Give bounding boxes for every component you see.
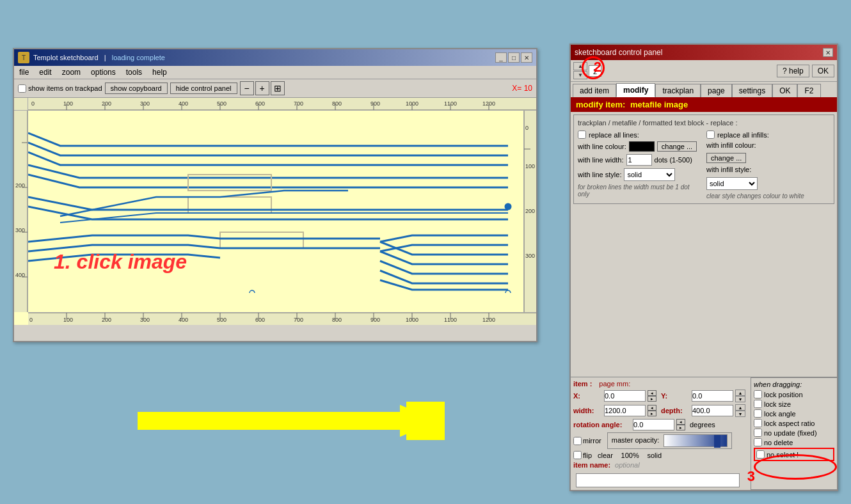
svg-text:200: 200 [102, 100, 111, 107]
infill-style-select[interactable]: solid [706, 177, 758, 190]
x-left-button[interactable]: ◂ [648, 390, 656, 396]
x-arrows: ◂ ▸ [648, 390, 656, 402]
sketchboard-window: T Templot sketchboard | loading complete… [13, 48, 537, 342]
opacity-section: master opacity: [607, 432, 733, 449]
infill-colour-change-button[interactable]: change ... [706, 153, 746, 163]
rotation-right-button[interactable]: ▸ [676, 425, 685, 430]
no-update-label: no update (fixed) [764, 429, 817, 437]
svg-text:0: 0 [31, 100, 35, 107]
svg-text:100: 100 [525, 163, 535, 169]
rotation-arrows: ◂ ▸ [676, 419, 685, 430]
minimize-button[interactable]: _ [495, 52, 507, 63]
maximize-button[interactable]: □ [508, 52, 520, 63]
svg-marker-76 [400, 405, 438, 437]
no-update-checkbox[interactable] [754, 429, 762, 437]
no-update-field[interactable]: no update (fixed) [754, 429, 834, 437]
flip-checkbox[interactable] [573, 451, 582, 459]
lock-aspect-ratio-field[interactable]: lock aspect ratio [754, 419, 834, 427]
opacity-label: master opacity: [612, 436, 660, 444]
lock-angle-field[interactable]: lock angle [754, 409, 834, 418]
titlebar-controls: _ □ ✕ [495, 52, 532, 63]
show-copyboard-button[interactable]: show copyboard [105, 83, 168, 94]
y-down-button[interactable]: ▾ [735, 396, 745, 402]
y-input[interactable] [692, 390, 733, 402]
no-delete-checkbox[interactable] [754, 438, 762, 446]
hide-control-panel-button[interactable]: hide control panel [170, 83, 237, 94]
no-select-checkbox[interactable] [756, 450, 765, 459]
menu-zoom[interactable]: zoom [61, 67, 82, 77]
svg-text:500: 500 [217, 100, 227, 107]
opacity-handle[interactable] [714, 435, 720, 448]
mirror-field[interactable]: mirror [573, 437, 601, 445]
ok-button[interactable]: OK [812, 65, 834, 77]
no-delete-field[interactable]: no delete [754, 438, 834, 446]
canvas-content[interactable]: 1. click image [28, 111, 523, 312]
item-name-input[interactable] [576, 473, 740, 487]
lock-size-label: lock size [764, 400, 791, 408]
depth-up-button[interactable]: ▴ [735, 404, 745, 411]
lock-angle-label: lock angle [764, 410, 796, 418]
scroll-down-button[interactable]: ▼ [573, 71, 587, 79]
lock-position-field[interactable]: lock position [754, 390, 834, 398]
close-button[interactable]: ✕ [521, 52, 532, 63]
svg-text:100: 100 [63, 100, 73, 107]
x-right-button[interactable]: ▸ [648, 396, 656, 402]
mirror-checkbox[interactable] [573, 437, 582, 445]
y-label: Y: [661, 392, 690, 400]
tab-settings[interactable]: settings [732, 84, 772, 97]
flip-field[interactable]: flip [573, 451, 592, 459]
tab-page[interactable]: page [701, 84, 732, 97]
width-input[interactable] [604, 405, 646, 416]
cp-close-button[interactable]: ✕ [823, 48, 833, 57]
svg-text:600: 600 [255, 317, 265, 323]
lock-aspect-ratio-checkbox[interactable] [754, 419, 762, 427]
menu-file[interactable]: file [18, 67, 30, 77]
tab-trackplan[interactable]: trackplan [655, 84, 701, 97]
line-style-select[interactable]: solid dashed [624, 168, 675, 181]
width-right-button[interactable]: ▸ [648, 411, 656, 416]
degrees-label: degrees [690, 421, 715, 429]
width-left-button[interactable]: ◂ [648, 405, 656, 411]
item-name-hint: optional [615, 461, 640, 469]
canvas-area[interactable]: 0 100 200 300 400 500 600 700 800 900 [14, 98, 536, 325]
x-input[interactable] [604, 390, 646, 402]
rotation-left-button[interactable]: ◂ [676, 419, 685, 425]
line-width-label: with line width: [578, 156, 624, 164]
line-colour-change-button[interactable]: change ... [657, 141, 697, 152]
arrow-graphic [125, 402, 445, 440]
app-icon: T [18, 52, 29, 63]
rotation-input[interactable] [633, 419, 674, 430]
svg-text:900: 900 [370, 317, 380, 323]
lock-size-field[interactable]: lock size [754, 400, 834, 408]
replace-lines-checkbox[interactable] [578, 130, 586, 139]
zoom-minus-button[interactable]: − [240, 81, 254, 95]
cp-title: sketchboard control panel [575, 48, 823, 57]
zoom-plus-button[interactable]: + [255, 81, 269, 95]
scroll-up-button[interactable]: ▲ [573, 62, 587, 70]
menu-options[interactable]: options [90, 67, 117, 77]
tab-add-item[interactable]: add item [573, 84, 616, 97]
lock-size-checkbox[interactable] [754, 400, 762, 408]
tab-ok[interactable]: OK [772, 84, 797, 97]
show-trackpad-checkbox[interactable]: show items on trackpad [18, 84, 102, 93]
main-fields: item : page mm: X: ◂ ▸ Y: ▴ ▾ [573, 377, 745, 490]
replace-infills-label: replace all infills: [717, 131, 769, 139]
depth-input[interactable] [692, 405, 733, 416]
no-select-field[interactable]: no select ! [754, 448, 834, 461]
lock-angle-checkbox[interactable] [754, 409, 762, 418]
menu-tools[interactable]: tools [125, 67, 143, 77]
svg-point-70 [505, 204, 511, 209]
depth-down-button[interactable]: ▾ [735, 411, 745, 417]
lock-position-checkbox[interactable] [754, 390, 762, 398]
line-width-input[interactable] [626, 154, 652, 166]
rotation-label: rotation angle: [573, 421, 631, 429]
menu-edit[interactable]: edit [38, 67, 52, 77]
zoom-fit-button[interactable]: ⊞ [271, 81, 285, 95]
menu-help[interactable]: help [151, 67, 168, 77]
help-button[interactable]: ? help [777, 65, 809, 77]
tab-f2[interactable]: F2 [797, 84, 820, 97]
window-titlebar: T Templot sketchboard | loading complete… [14, 49, 536, 66]
y-up-button[interactable]: ▴ [735, 390, 745, 396]
tab-modify[interactable]: modify [616, 83, 655, 97]
replace-infills-checkbox[interactable] [706, 130, 715, 139]
